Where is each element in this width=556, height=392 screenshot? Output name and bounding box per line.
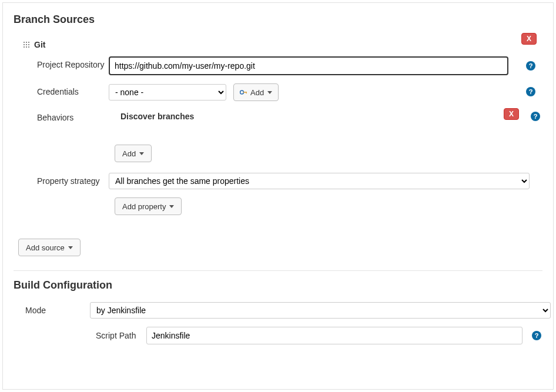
caret-down-icon xyxy=(267,91,272,94)
add-behavior-button[interactable]: Add xyxy=(115,145,152,162)
property-strategy-label: Property strategy xyxy=(37,173,109,186)
caret-down-icon xyxy=(139,152,144,155)
delete-behavior-button[interactable]: X xyxy=(504,108,519,120)
branch-sources-title: Branch Sources xyxy=(14,14,542,26)
add-source-label: Add source xyxy=(26,243,65,252)
help-icon[interactable]: ? xyxy=(532,331,541,340)
build-configuration-title: Build Configuration xyxy=(14,279,542,292)
add-behavior-label: Add xyxy=(122,149,136,158)
property-strategy-select[interactable]: All branches get the same properties xyxy=(109,173,530,189)
add-credentials-button[interactable]: Add xyxy=(233,83,279,101)
section-divider xyxy=(14,270,542,271)
add-source-button[interactable]: Add source xyxy=(18,239,81,256)
project-repository-input[interactable] xyxy=(109,56,508,75)
mode-label: Mode xyxy=(25,302,90,315)
svg-point-0 xyxy=(240,91,244,94)
caret-down-icon xyxy=(169,205,174,208)
caret-down-icon xyxy=(68,246,73,249)
credentials-select[interactable]: - none - xyxy=(109,84,226,100)
help-icon[interactable]: ? xyxy=(526,87,535,96)
script-path-input[interactable] xyxy=(146,327,522,344)
help-icon[interactable]: ? xyxy=(526,61,535,71)
add-property-label: Add property xyxy=(122,202,166,211)
git-source-label: Git xyxy=(34,40,45,49)
svg-rect-2 xyxy=(246,92,247,93)
key-icon xyxy=(240,89,248,95)
behaviors-label: Behaviors xyxy=(37,109,109,122)
drag-handle-icon[interactable] xyxy=(23,41,31,49)
help-icon[interactable]: ? xyxy=(531,112,540,121)
script-path-label: Script Path xyxy=(96,331,146,340)
project-repository-label: Project Repository xyxy=(37,56,109,69)
delete-git-source-button[interactable]: X xyxy=(521,33,537,45)
discover-branches-label: Discover branches xyxy=(120,112,542,121)
mode-select[interactable]: by Jenkinsfile xyxy=(90,302,551,319)
add-credentials-label: Add xyxy=(250,88,264,97)
credentials-label: Credentials xyxy=(37,83,109,96)
add-property-button[interactable]: Add property xyxy=(115,197,182,215)
git-source-block: X Git Project Repository ? Credentials -… xyxy=(23,36,542,215)
